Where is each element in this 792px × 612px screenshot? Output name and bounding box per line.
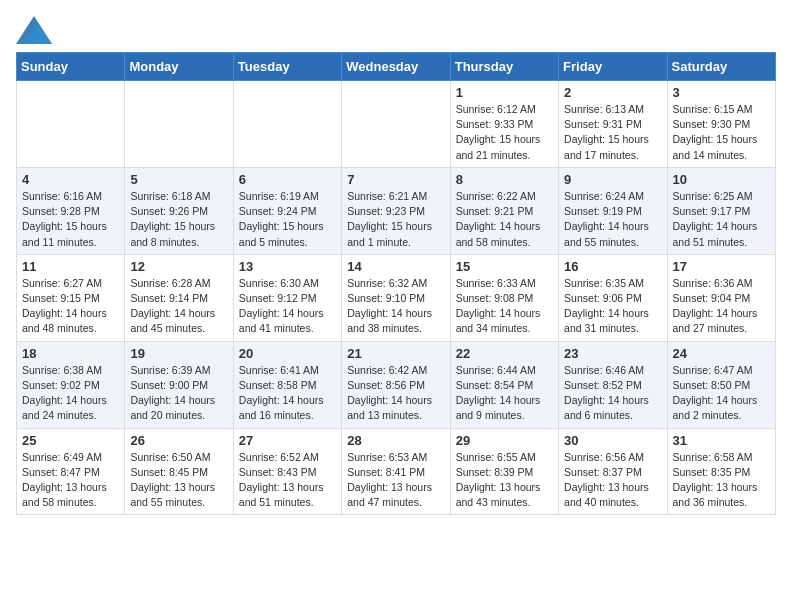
- header: [16, 16, 776, 44]
- day-info: Sunrise: 6:35 AM Sunset: 9:06 PM Dayligh…: [564, 276, 661, 337]
- day-number: 8: [456, 172, 553, 187]
- day-cell: 3Sunrise: 6:15 AM Sunset: 9:30 PM Daylig…: [667, 81, 775, 168]
- day-cell: 22Sunrise: 6:44 AM Sunset: 8:54 PM Dayli…: [450, 341, 558, 428]
- day-cell: 14Sunrise: 6:32 AM Sunset: 9:10 PM Dayli…: [342, 254, 450, 341]
- header-tuesday: Tuesday: [233, 53, 341, 81]
- day-info: Sunrise: 6:47 AM Sunset: 8:50 PM Dayligh…: [673, 363, 770, 424]
- day-number: 28: [347, 433, 444, 448]
- header-thursday: Thursday: [450, 53, 558, 81]
- day-info: Sunrise: 6:56 AM Sunset: 8:37 PM Dayligh…: [564, 450, 661, 511]
- day-info: Sunrise: 6:38 AM Sunset: 9:02 PM Dayligh…: [22, 363, 119, 424]
- week-row-3: 18Sunrise: 6:38 AM Sunset: 9:02 PM Dayli…: [17, 341, 776, 428]
- day-info: Sunrise: 6:58 AM Sunset: 8:35 PM Dayligh…: [673, 450, 770, 511]
- day-number: 7: [347, 172, 444, 187]
- day-number: 5: [130, 172, 227, 187]
- day-cell: 8Sunrise: 6:22 AM Sunset: 9:21 PM Daylig…: [450, 167, 558, 254]
- header-row: SundayMondayTuesdayWednesdayThursdayFrid…: [17, 53, 776, 81]
- day-info: Sunrise: 6:13 AM Sunset: 9:31 PM Dayligh…: [564, 102, 661, 163]
- calendar-body: 1Sunrise: 6:12 AM Sunset: 9:33 PM Daylig…: [17, 81, 776, 515]
- day-number: 10: [673, 172, 770, 187]
- day-info: Sunrise: 6:46 AM Sunset: 8:52 PM Dayligh…: [564, 363, 661, 424]
- day-number: 22: [456, 346, 553, 361]
- day-cell: 1Sunrise: 6:12 AM Sunset: 9:33 PM Daylig…: [450, 81, 558, 168]
- day-info: Sunrise: 6:18 AM Sunset: 9:26 PM Dayligh…: [130, 189, 227, 250]
- day-number: 20: [239, 346, 336, 361]
- day-cell: 19Sunrise: 6:39 AM Sunset: 9:00 PM Dayli…: [125, 341, 233, 428]
- day-number: 2: [564, 85, 661, 100]
- day-cell: 25Sunrise: 6:49 AM Sunset: 8:47 PM Dayli…: [17, 428, 125, 515]
- day-number: 23: [564, 346, 661, 361]
- day-cell: 6Sunrise: 6:19 AM Sunset: 9:24 PM Daylig…: [233, 167, 341, 254]
- day-cell: 29Sunrise: 6:55 AM Sunset: 8:39 PM Dayli…: [450, 428, 558, 515]
- day-cell: 18Sunrise: 6:38 AM Sunset: 9:02 PM Dayli…: [17, 341, 125, 428]
- day-number: 31: [673, 433, 770, 448]
- day-cell: 2Sunrise: 6:13 AM Sunset: 9:31 PM Daylig…: [559, 81, 667, 168]
- day-info: Sunrise: 6:39 AM Sunset: 9:00 PM Dayligh…: [130, 363, 227, 424]
- header-friday: Friday: [559, 53, 667, 81]
- day-cell: [125, 81, 233, 168]
- week-row-4: 25Sunrise: 6:49 AM Sunset: 8:47 PM Dayli…: [17, 428, 776, 515]
- day-cell: 23Sunrise: 6:46 AM Sunset: 8:52 PM Dayli…: [559, 341, 667, 428]
- day-number: 1: [456, 85, 553, 100]
- day-number: 13: [239, 259, 336, 274]
- day-number: 4: [22, 172, 119, 187]
- day-number: 29: [456, 433, 553, 448]
- calendar-header: SundayMondayTuesdayWednesdayThursdayFrid…: [17, 53, 776, 81]
- day-number: 3: [673, 85, 770, 100]
- day-info: Sunrise: 6:27 AM Sunset: 9:15 PM Dayligh…: [22, 276, 119, 337]
- day-cell: 16Sunrise: 6:35 AM Sunset: 9:06 PM Dayli…: [559, 254, 667, 341]
- day-info: Sunrise: 6:12 AM Sunset: 9:33 PM Dayligh…: [456, 102, 553, 163]
- week-row-1: 4Sunrise: 6:16 AM Sunset: 9:28 PM Daylig…: [17, 167, 776, 254]
- day-cell: 27Sunrise: 6:52 AM Sunset: 8:43 PM Dayli…: [233, 428, 341, 515]
- day-cell: 13Sunrise: 6:30 AM Sunset: 9:12 PM Dayli…: [233, 254, 341, 341]
- logo: [16, 16, 56, 44]
- day-cell: 11Sunrise: 6:27 AM Sunset: 9:15 PM Dayli…: [17, 254, 125, 341]
- day-cell: 17Sunrise: 6:36 AM Sunset: 9:04 PM Dayli…: [667, 254, 775, 341]
- day-cell: [233, 81, 341, 168]
- day-info: Sunrise: 6:50 AM Sunset: 8:45 PM Dayligh…: [130, 450, 227, 511]
- day-cell: 20Sunrise: 6:41 AM Sunset: 8:58 PM Dayli…: [233, 341, 341, 428]
- day-number: 27: [239, 433, 336, 448]
- day-cell: 15Sunrise: 6:33 AM Sunset: 9:08 PM Dayli…: [450, 254, 558, 341]
- day-info: Sunrise: 6:53 AM Sunset: 8:41 PM Dayligh…: [347, 450, 444, 511]
- day-number: 24: [673, 346, 770, 361]
- day-cell: 31Sunrise: 6:58 AM Sunset: 8:35 PM Dayli…: [667, 428, 775, 515]
- calendar-table: SundayMondayTuesdayWednesdayThursdayFrid…: [16, 52, 776, 515]
- header-sunday: Sunday: [17, 53, 125, 81]
- day-number: 19: [130, 346, 227, 361]
- day-number: 16: [564, 259, 661, 274]
- day-number: 26: [130, 433, 227, 448]
- day-info: Sunrise: 6:25 AM Sunset: 9:17 PM Dayligh…: [673, 189, 770, 250]
- day-cell: 12Sunrise: 6:28 AM Sunset: 9:14 PM Dayli…: [125, 254, 233, 341]
- day-cell: 9Sunrise: 6:24 AM Sunset: 9:19 PM Daylig…: [559, 167, 667, 254]
- header-wednesday: Wednesday: [342, 53, 450, 81]
- day-cell: 4Sunrise: 6:16 AM Sunset: 9:28 PM Daylig…: [17, 167, 125, 254]
- day-cell: 26Sunrise: 6:50 AM Sunset: 8:45 PM Dayli…: [125, 428, 233, 515]
- day-info: Sunrise: 6:49 AM Sunset: 8:47 PM Dayligh…: [22, 450, 119, 511]
- day-number: 12: [130, 259, 227, 274]
- day-info: Sunrise: 6:41 AM Sunset: 8:58 PM Dayligh…: [239, 363, 336, 424]
- day-number: 21: [347, 346, 444, 361]
- week-row-2: 11Sunrise: 6:27 AM Sunset: 9:15 PM Dayli…: [17, 254, 776, 341]
- day-info: Sunrise: 6:28 AM Sunset: 9:14 PM Dayligh…: [130, 276, 227, 337]
- day-number: 17: [673, 259, 770, 274]
- day-number: 9: [564, 172, 661, 187]
- day-info: Sunrise: 6:32 AM Sunset: 9:10 PM Dayligh…: [347, 276, 444, 337]
- week-row-0: 1Sunrise: 6:12 AM Sunset: 9:33 PM Daylig…: [17, 81, 776, 168]
- day-cell: 10Sunrise: 6:25 AM Sunset: 9:17 PM Dayli…: [667, 167, 775, 254]
- day-cell: 5Sunrise: 6:18 AM Sunset: 9:26 PM Daylig…: [125, 167, 233, 254]
- day-info: Sunrise: 6:42 AM Sunset: 8:56 PM Dayligh…: [347, 363, 444, 424]
- day-cell: 30Sunrise: 6:56 AM Sunset: 8:37 PM Dayli…: [559, 428, 667, 515]
- day-info: Sunrise: 6:44 AM Sunset: 8:54 PM Dayligh…: [456, 363, 553, 424]
- day-info: Sunrise: 6:36 AM Sunset: 9:04 PM Dayligh…: [673, 276, 770, 337]
- day-cell: 21Sunrise: 6:42 AM Sunset: 8:56 PM Dayli…: [342, 341, 450, 428]
- logo-icon: [16, 16, 52, 44]
- day-info: Sunrise: 6:22 AM Sunset: 9:21 PM Dayligh…: [456, 189, 553, 250]
- day-number: 18: [22, 346, 119, 361]
- day-info: Sunrise: 6:19 AM Sunset: 9:24 PM Dayligh…: [239, 189, 336, 250]
- day-number: 15: [456, 259, 553, 274]
- day-cell: [342, 81, 450, 168]
- header-monday: Monday: [125, 53, 233, 81]
- day-number: 30: [564, 433, 661, 448]
- day-info: Sunrise: 6:55 AM Sunset: 8:39 PM Dayligh…: [456, 450, 553, 511]
